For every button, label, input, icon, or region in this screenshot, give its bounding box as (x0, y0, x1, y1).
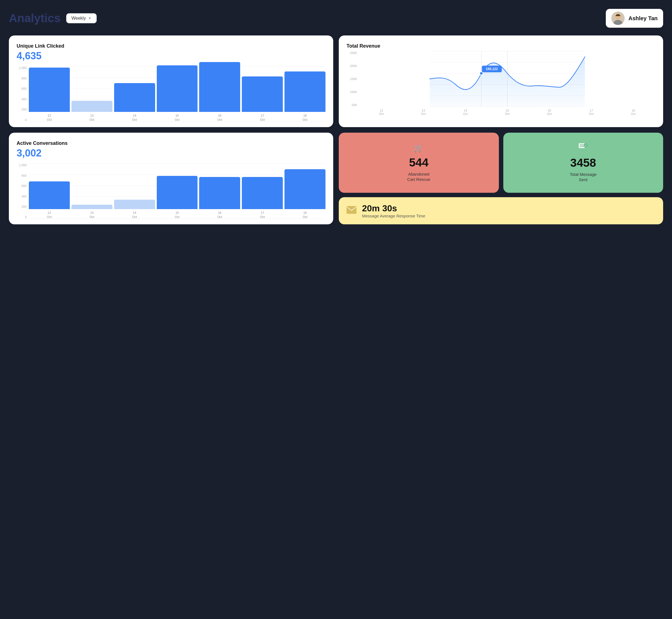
area-fill (430, 57, 585, 107)
avatar (611, 12, 625, 25)
bar-group: 12Oct (29, 68, 70, 122)
bar (242, 177, 283, 209)
active-conv-bar-chart: 12Oct 13Oct 14Oct 15Oct (29, 163, 326, 219)
total-message-label: Total MessageSent (570, 172, 597, 183)
bar-group: 13Oct (71, 101, 113, 122)
revenue-chart-with-axis: 250K 200K 150K 100K 50K (346, 51, 655, 116)
header: Analytics Weekly ▼ Ashley Tan (9, 9, 663, 28)
unique-link-chart: 1,000 800 600 400 200 0 (17, 66, 326, 122)
bar-group: 15Oct (157, 65, 198, 122)
envelope-icon (346, 206, 356, 215)
unique-link-value: 4,635 (17, 50, 326, 62)
bar (114, 200, 155, 209)
bar-group: 18Oct (284, 169, 326, 219)
revenue-line-svg: 165,122 (359, 51, 655, 107)
revenue-x-labels: 12Oct 13Oct 14Oct 15Oct 16Oct 17Oct 18Oc… (359, 109, 655, 116)
tooltip-text: 165,122 (486, 67, 498, 71)
bar (242, 76, 283, 112)
active-conv-value: 3,002 (17, 147, 326, 159)
revenue-svg-wrapper: 165,122 12Oct 13Oct 14Oct 15Oct 16Oct 17… (359, 51, 655, 116)
bar (157, 176, 198, 209)
dashboard-grid: Unique Link Clicked 4,635 1,000 800 600 … (9, 36, 663, 224)
bar (284, 71, 326, 112)
cart-icon: 🛒 (414, 143, 423, 153)
total-message-number: 3458 (570, 156, 596, 169)
response-time-label: Message Average Response Time (362, 213, 425, 218)
bar-group: 16Oct (199, 177, 240, 219)
bar-group: 14Oct (114, 83, 155, 122)
page-title: Analytics (9, 12, 61, 25)
bottom-right-section: 🛒 544 AbandonedCart Rescue ✓ 3458 Total … (339, 133, 663, 224)
stats-row: 🛒 544 AbandonedCart Rescue ✓ 3458 Total … (339, 133, 663, 193)
bar-group: 14Oct (114, 200, 155, 219)
avatar-image (611, 12, 625, 25)
svg-rect-17 (346, 206, 356, 214)
svg-text:✓: ✓ (585, 144, 587, 147)
header-left: Analytics Weekly ▼ (9, 12, 97, 25)
abandoned-cart-card: 🛒 544 AbandonedCart Rescue (339, 133, 499, 193)
total-revenue-card: Total Revenue 250K 200K 150K 100K 50K (339, 36, 663, 127)
unique-link-card: Unique Link Clicked 4,635 1,000 800 600 … (9, 36, 333, 127)
user-profile[interactable]: Ashley Tan (606, 9, 663, 28)
total-revenue-title: Total Revenue (346, 43, 655, 49)
bar-group: 15Oct (157, 176, 198, 219)
bar-group: 16Oct (199, 62, 240, 122)
unique-link-bar-chart: 12Oct 13Oct 14Oct 15Oct (29, 66, 326, 122)
active-conv-bars-wrapper: 12Oct 13Oct 14Oct 15Oct (29, 163, 326, 219)
unique-link-bars-wrapper: 12Oct 13Oct 14Oct 15Oct (29, 66, 326, 122)
active-conv-chart: 1,000 800 600 400 200 0 (17, 163, 326, 219)
revenue-y-axis: 250K 200K 150K 100K 50K (346, 51, 357, 107)
bar (284, 169, 326, 209)
period-dropdown[interactable]: Weekly ▼ (66, 13, 97, 23)
response-time-card: 20m 30s Message Average Response Time (339, 197, 663, 224)
bar (199, 177, 240, 209)
revenue-chart-container: 250K 200K 150K 100K 50K (346, 51, 655, 118)
bar (29, 182, 70, 209)
unique-link-y-axis: 1,000 800 600 400 200 0 (17, 66, 26, 122)
bar-group: 13Oct (71, 205, 113, 219)
abandoned-cart-label: AbandonedCart Rescue (407, 171, 430, 182)
response-info: 20m 30s Message Average Response Time (362, 203, 425, 218)
chevron-down-icon: ▼ (88, 16, 91, 20)
abandoned-cart-number: 544 (409, 156, 428, 169)
bar (71, 101, 113, 112)
bar (29, 68, 70, 112)
bar (199, 62, 240, 112)
response-time-value: 20m 30s (362, 203, 425, 213)
dropdown-label: Weekly (71, 16, 86, 21)
active-conv-y-axis: 1,000 800 600 400 200 0 (17, 163, 26, 219)
bar (114, 83, 155, 112)
bar-group: 17Oct (242, 177, 283, 219)
bar-group: 17Oct (242, 76, 283, 122)
bar (71, 205, 113, 209)
tooltip-dot (480, 72, 483, 75)
bar-group: 12Oct (29, 182, 70, 219)
message-list-icon: ✓ (579, 143, 588, 153)
active-conv-title: Active Conversations (17, 140, 326, 146)
unique-link-title: Unique Link Clicked (17, 43, 326, 49)
bar-group: 18Oct (284, 71, 326, 122)
total-message-card: ✓ 3458 Total MessageSent (503, 133, 663, 193)
bar (157, 65, 198, 112)
user-name: Ashley Tan (628, 15, 658, 21)
active-conversations-card: Active Conversations 3,002 1,000 800 600… (9, 133, 333, 224)
